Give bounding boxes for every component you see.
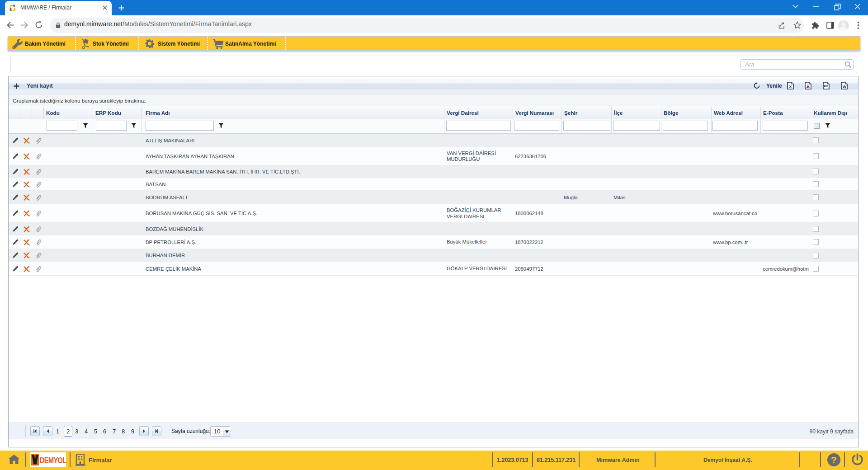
svg-text:W: W [842, 84, 846, 89]
svg-text:X: X [789, 84, 792, 89]
svg-text:CSV: CSV [825, 85, 828, 87]
